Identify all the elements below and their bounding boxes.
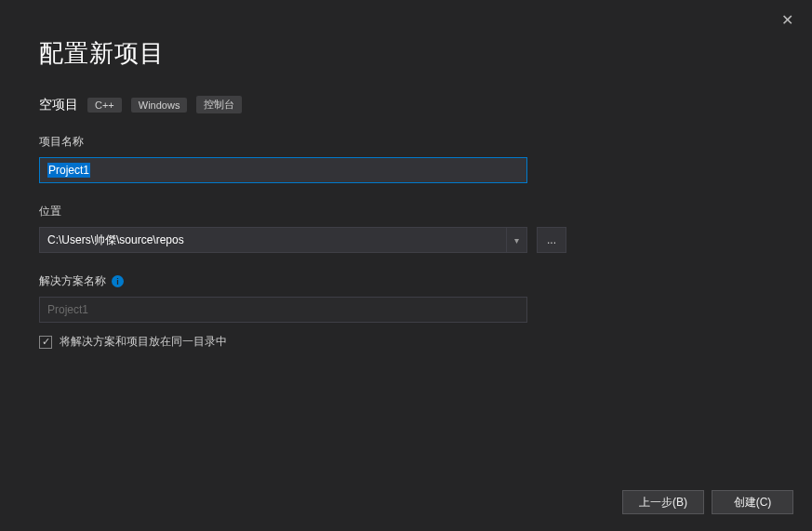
- chevron-down-icon: ▾: [506, 228, 519, 252]
- same-directory-checkbox[interactable]: ✓: [39, 336, 52, 349]
- project-name-label: 项目名称: [39, 134, 773, 150]
- template-name: 空项目: [39, 97, 78, 113]
- solution-name-label-text: 解决方案名称: [39, 273, 106, 289]
- template-row: 空项目 C++ Windows 控制台: [39, 96, 773, 113]
- tag-windows: Windows: [131, 98, 188, 113]
- close-symbol: ✕: [781, 12, 793, 28]
- location-label: 位置: [39, 204, 773, 219]
- project-name-field: 项目名称 Project1: [39, 134, 773, 183]
- create-button-label: 创建(C): [734, 495, 772, 511]
- solution-name-label: 解决方案名称 i: [39, 273, 773, 289]
- info-icon[interactable]: i: [112, 275, 124, 287]
- back-button-label: 上一步(B): [639, 495, 687, 511]
- browse-label: ...: [547, 233, 556, 246]
- location-combo[interactable]: C:\Users\帅傑\source\repos ▾: [39, 227, 527, 253]
- solution-name-field: 解决方案名称 i Project1 ✓ 将解决方案和项目放在同一目录中: [39, 273, 773, 350]
- tag-console: 控制台: [196, 96, 242, 113]
- project-name-value: Project1: [47, 163, 90, 178]
- footer: 上一步(B) 创建(C): [622, 490, 793, 514]
- create-button[interactable]: 创建(C): [712, 490, 793, 514]
- close-icon[interactable]: ✕: [774, 7, 801, 33]
- location-field: 位置 C:\Users\帅傑\source\repos ▾ ...: [39, 204, 773, 253]
- browse-button[interactable]: ...: [537, 227, 566, 253]
- checkmark-icon: ✓: [42, 337, 50, 347]
- same-directory-label[interactable]: 将解决方案和项目放在同一目录中: [60, 334, 227, 350]
- location-value: C:\Users\帅傑\source\repos: [47, 232, 184, 248]
- same-directory-row: ✓ 将解决方案和项目放在同一目录中: [39, 334, 773, 350]
- project-name-input[interactable]: Project1: [39, 157, 527, 183]
- location-row: C:\Users\帅傑\source\repos ▾ ...: [39, 227, 773, 253]
- page-title: 配置新项目: [39, 37, 773, 70]
- dialog-content: 配置新项目 空项目 C++ Windows 控制台 项目名称 Project1 …: [0, 0, 812, 350]
- tag-cpp: C++: [87, 98, 122, 113]
- solution-name-placeholder: Project1: [47, 303, 88, 316]
- back-button[interactable]: 上一步(B): [622, 490, 704, 514]
- solution-name-input: Project1: [39, 297, 527, 323]
